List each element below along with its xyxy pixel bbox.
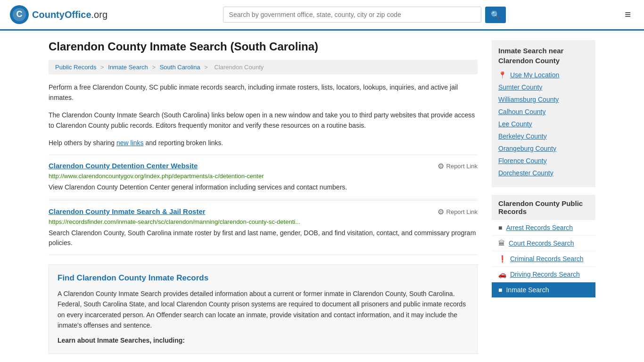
resource-header-1: Clarendon County Detention Center Websit… — [49, 162, 478, 171]
report-label-2: Report Link — [446, 208, 478, 215]
resource-title-2[interactable]: Clarendon County Inmate Search & Jail Ro… — [49, 207, 206, 215]
search-button[interactable]: 🔍 — [485, 7, 506, 23]
sidebar-link-orangeburg[interactable]: Orangeburg County — [498, 145, 589, 152]
breadcrumb-sep2: > — [152, 64, 157, 71]
logo-icon: C — [9, 5, 29, 25]
logo-text: CountyOffice.org — [32, 9, 107, 20]
find-section-para: A Clarendon County Inmate Search provide… — [58, 288, 469, 331]
orangeburg-county-link[interactable]: Orangeburg County — [498, 145, 556, 152]
sidebar-nearby-section: Inmate Search near Clarendon County 📍 Us… — [492, 40, 595, 187]
svg-text:C: C — [17, 9, 23, 19]
breadcrumb: Public Records > Inmate Search > South C… — [49, 60, 478, 74]
sidebar-link-berkeley[interactable]: Berkeley County — [498, 132, 589, 140]
main-container: Clarendon County Inmate Search (South Ca… — [39, 31, 605, 362]
sidebar-link-lee[interactable]: Lee County — [498, 120, 589, 128]
breadcrumb-south-carolina[interactable]: South Carolina — [160, 64, 200, 71]
resource-desc-2: Search Clarendon County, South Carolina … — [49, 228, 478, 248]
inmate-icon: ■ — [498, 286, 502, 294]
breadcrumb-current: Clarendon County — [215, 64, 264, 71]
breadcrumb-sep1: > — [100, 64, 106, 71]
menu-button[interactable]: ≡ — [621, 7, 635, 23]
inmate-search-link[interactable]: Inmate Search — [506, 286, 549, 294]
content-area: Clarendon County Inmate Search (South Ca… — [49, 40, 478, 362]
arrest-icon: ■ — [498, 224, 502, 231]
sidebar-public-records-section: Clarendon County Public Records ■ Arrest… — [492, 195, 595, 298]
resource-title-1[interactable]: Clarendon County Detention Center Websit… — [49, 162, 198, 170]
sidebar-record-arrest[interactable]: ■ Arrest Records Search — [492, 220, 595, 236]
sumter-county-link[interactable]: Sumter County — [498, 83, 542, 91]
logo-area: C CountyOffice.org — [9, 5, 107, 25]
site-header: C CountyOffice.org 🔍 ≡ — [0, 0, 644, 31]
court-records-link[interactable]: Court Records Search — [509, 239, 574, 247]
sidebar: Inmate Search near Clarendon County 📍 Us… — [492, 40, 595, 362]
resource-item-1: Clarendon County Detention Center Websit… — [49, 155, 478, 199]
breadcrumb-public-records[interactable]: Public Records — [55, 64, 96, 71]
report-label-1: Report Link — [446, 163, 478, 170]
desc-para-3: Help others by sharing new links and rep… — [49, 138, 478, 148]
resource-url-2[interactable]: https://recordsfinder.com/inmate-search/… — [49, 218, 478, 225]
sidebar-public-records-title: Clarendon County Public Records — [492, 195, 595, 220]
resource-header-2: Clarendon County Inmate Search & Jail Ro… — [49, 207, 478, 216]
lee-county-link[interactable]: Lee County — [498, 120, 532, 128]
desc-para-1: Perform a free Clarendon County, SC publ… — [49, 82, 478, 103]
arrest-records-link[interactable]: Arrest Records Search — [506, 224, 573, 231]
report-icon-2: ⚙ — [438, 207, 444, 216]
report-icon-1: ⚙ — [438, 162, 444, 171]
location-icon: 📍 — [498, 71, 506, 79]
page-title: Clarendon County Inmate Search (South Ca… — [49, 40, 478, 53]
driving-icon: 🚗 — [498, 271, 506, 278]
resource-url-1[interactable]: http://www.clarendoncountygov.org/index.… — [49, 173, 478, 180]
sidebar-link-sumter[interactable]: Sumter County — [498, 83, 589, 91]
breadcrumb-inmate-search[interactable]: Inmate Search — [108, 64, 148, 71]
criminal-records-link[interactable]: Criminal Records Search — [510, 255, 584, 263]
sidebar-use-my-location[interactable]: 📍 Use My Location — [498, 71, 589, 79]
sidebar-link-florence[interactable]: Florence County — [498, 157, 589, 165]
search-area: 🔍 — [223, 7, 506, 23]
dorchester-county-link[interactable]: Dorchester County — [498, 169, 553, 177]
sidebar-record-inmate[interactable]: ■ Inmate Search — [492, 282, 595, 298]
report-link-2[interactable]: ⚙ Report Link — [438, 207, 478, 216]
find-section-title: Find Clarendon County Inmate Records — [58, 273, 469, 283]
sidebar-link-calhoun[interactable]: Calhoun County — [498, 108, 589, 115]
sidebar-link-dorchester[interactable]: Dorchester County — [498, 169, 589, 177]
sidebar-record-court[interactable]: 🏛 Court Records Search — [492, 236, 595, 251]
search-input[interactable] — [223, 7, 481, 23]
desc-para-2: The Clarendon County Inmate Search (Sout… — [49, 110, 478, 131]
criminal-icon: ❗ — [498, 255, 506, 263]
sidebar-nearby-title: Inmate Search near Clarendon County — [498, 46, 589, 66]
florence-county-link[interactable]: Florence County — [498, 157, 547, 165]
court-icon: 🏛 — [498, 239, 505, 247]
resource-item-2: Clarendon County Inmate Search & Jail Ro… — [49, 200, 478, 255]
breadcrumb-sep3: > — [204, 64, 209, 71]
calhoun-county-link[interactable]: Calhoun County — [498, 108, 545, 115]
find-section: Find Clarendon County Inmate Records A C… — [49, 264, 478, 354]
williamsburg-county-link[interactable]: Williamsburg County — [498, 96, 559, 103]
header-right: ≡ — [621, 7, 635, 23]
report-link-1[interactable]: ⚙ Report Link — [438, 162, 478, 171]
new-links-link[interactable]: new links — [116, 139, 144, 147]
sidebar-record-criminal[interactable]: ❗ Criminal Records Search — [492, 251, 595, 267]
sidebar-record-driving[interactable]: 🚗 Driving Records Search — [492, 267, 595, 282]
resource-desc-1: View Clarendon County Detention Center g… — [49, 182, 478, 192]
sidebar-link-williamsburg[interactable]: Williamsburg County — [498, 96, 589, 103]
driving-records-link[interactable]: Driving Records Search — [510, 271, 580, 278]
use-my-location-link[interactable]: Use My Location — [510, 71, 559, 79]
find-section-subtitle: Learn about Inmate Searches, including: — [58, 337, 469, 344]
berkeley-county-link[interactable]: Berkeley County — [498, 132, 547, 140]
